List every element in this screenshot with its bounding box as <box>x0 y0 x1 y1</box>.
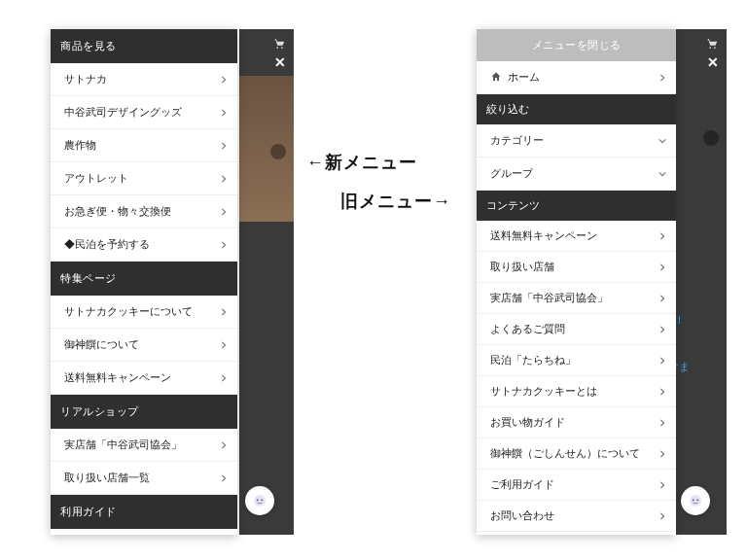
menu-item-label: 送料無料キャンペーン <box>64 370 171 385</box>
chevron-right-icon <box>658 263 666 271</box>
menu-item[interactable]: アウトレット <box>51 162 237 195</box>
menu-item-label: 実店舗「中谷武司協会」 <box>490 291 608 305</box>
annotation-old-menu: 旧メニュー→ <box>340 190 451 213</box>
close-menu-button[interactable]: メニューを閉じる <box>477 29 676 61</box>
new-menu-panel: 商品を見るサトナカ中谷武司デザイングッズ農作物アウトレットお急ぎ便・物々交換便◆… <box>51 29 237 535</box>
menu-item[interactable]: グループ <box>477 158 676 191</box>
menu-item-label: サトナカクッキーについて <box>64 304 193 319</box>
cart-icon <box>272 37 286 51</box>
menu-item-label: カテゴリー <box>490 133 544 148</box>
menu-item-label: 御神饌について <box>64 337 139 352</box>
chevron-right-icon <box>220 241 228 249</box>
svg-point-8 <box>693 499 694 501</box>
menu-section-header: 商品を見る <box>51 29 237 63</box>
menu-item-label: 送料無料キャンペーン <box>490 228 597 243</box>
menu-item[interactable]: 送料無料キャンペーン <box>51 362 237 395</box>
chevron-right-icon <box>658 232 666 240</box>
chevron-down-icon <box>658 170 666 178</box>
menu-item-label: お問い合わせ <box>490 508 554 523</box>
svg-point-3 <box>714 47 716 49</box>
menu-item[interactable]: ご利用ガイド <box>477 470 676 501</box>
menu-item-label: 取り扱い店舗 <box>490 260 554 274</box>
menu-item-label: よくあるご質問 <box>490 322 565 336</box>
chevron-right-icon <box>658 512 666 520</box>
menu-item[interactable]: 御神饌（ごしんせん）について <box>477 438 676 470</box>
cart-icon <box>705 37 719 51</box>
menu-item[interactable]: 実店舗「中谷武司協会」 <box>51 429 237 462</box>
chevron-down-icon <box>658 137 666 145</box>
chevron-right-icon <box>220 474 228 482</box>
menu-item[interactable]: 送料無料キャンペーン <box>477 221 676 252</box>
chat-widget-icon[interactable] <box>245 486 274 515</box>
menu-item[interactable]: お買い物ガイド <box>477 407 676 438</box>
chevron-right-icon <box>220 374 228 382</box>
menu-item-label: グループ <box>490 166 533 181</box>
menu-item[interactable]: 実店舗「中谷武司協会」 <box>477 283 676 314</box>
chevron-right-icon <box>220 341 228 349</box>
menu-section-header: 絞り込む <box>477 94 676 124</box>
svg-point-4 <box>254 495 266 507</box>
svg-point-2 <box>709 47 711 49</box>
menu-item[interactable]: ◆民泊を予約する <box>51 228 237 262</box>
bg-text: な <box>676 502 677 516</box>
chevron-right-icon <box>220 308 228 316</box>
close-icon[interactable]: ✕ <box>274 54 286 70</box>
carousel-next-icon[interactable] <box>270 144 286 159</box>
menu-item[interactable]: 民泊「たらちね」 <box>477 345 676 376</box>
menu-item-label: ホーム <box>508 70 540 85</box>
chevron-right-icon <box>658 357 666 365</box>
menu-item[interactable]: サトナカ <box>51 63 237 96</box>
menu-item[interactable]: お問い合わせ <box>477 501 676 532</box>
carousel-next-icon[interactable] <box>703 130 719 146</box>
menu-item[interactable]: お急ぎ便・物々交換便 <box>51 195 237 228</box>
menu-item-label: お急ぎ便・物々交換便 <box>64 204 171 219</box>
menu-item[interactable]: 取り扱い店舗 <box>477 252 676 283</box>
menu-item[interactable]: サトナカクッキーとは <box>477 376 676 407</box>
menu-item-label: 御神饌（ごしんせん）について <box>490 446 640 461</box>
menu-section-header: コンテンツ <box>477 191 676 221</box>
chevron-right-icon <box>220 441 228 449</box>
menu-item[interactable]: メルマガ登録・解除 <box>477 532 676 535</box>
chevron-right-icon <box>658 419 666 427</box>
svg-point-1 <box>281 47 283 49</box>
menu-item[interactable]: 農作物 <box>51 129 237 162</box>
svg-point-0 <box>276 47 278 49</box>
menu-item-label: サトナカクッキーとは <box>490 384 597 399</box>
menu-item-label: ◆民泊を予約する <box>64 237 150 252</box>
background-screen-right: ✕ pです！ こだけま な <box>676 29 727 535</box>
old-menu-panel: メニューを閉じるホーム絞り込むカテゴリーグループコンテンツ送料無料キャンペーン取… <box>477 29 676 535</box>
chevron-right-icon <box>220 76 228 84</box>
menu-item-label: サトナカ <box>64 72 107 87</box>
chevron-right-icon <box>658 481 666 489</box>
menu-item-label: 農作物 <box>64 138 96 153</box>
menu-item[interactable]: よくあるご質問 <box>477 314 676 345</box>
bg-text: こだけま <box>676 360 690 374</box>
menu-section-header: リアルショップ <box>51 395 237 429</box>
menu-item[interactable]: サトナカクッキーについて <box>51 296 237 329</box>
chevron-right-icon <box>658 388 666 396</box>
home-icon <box>490 71 502 85</box>
menu-item-label: 実店舗「中谷武司協会」 <box>64 438 182 452</box>
annotation-new-menu: ←新メニュー <box>306 151 417 174</box>
chat-widget-icon[interactable] <box>681 486 710 515</box>
menu-item-label: ご利用ガイド <box>490 477 554 492</box>
menu-item[interactable]: 中谷武司デザイングッズ <box>51 96 237 129</box>
menu-item[interactable]: 取り扱い店舗一覧 <box>51 462 237 495</box>
chevron-right-icon <box>658 74 666 82</box>
svg-point-5 <box>257 499 259 501</box>
close-icon[interactable]: ✕ <box>707 54 719 70</box>
chevron-right-icon <box>220 175 228 183</box>
menu-item-home[interactable]: ホーム <box>477 61 676 94</box>
chevron-right-icon <box>220 109 228 117</box>
svg-point-6 <box>261 499 263 501</box>
menu-item-label: お買い物ガイド <box>490 415 565 430</box>
menu-item-label: アウトレット <box>64 171 128 186</box>
menu-section-header: 利用ガイド <box>51 495 237 529</box>
svg-point-9 <box>696 499 698 501</box>
menu-item[interactable]: 御神饌について <box>51 329 237 362</box>
chevron-right-icon <box>658 326 666 333</box>
menu-item[interactable]: カテゴリー <box>477 124 676 158</box>
chevron-right-icon <box>658 450 666 458</box>
chevron-right-icon <box>658 295 666 302</box>
svg-point-7 <box>690 495 701 507</box>
